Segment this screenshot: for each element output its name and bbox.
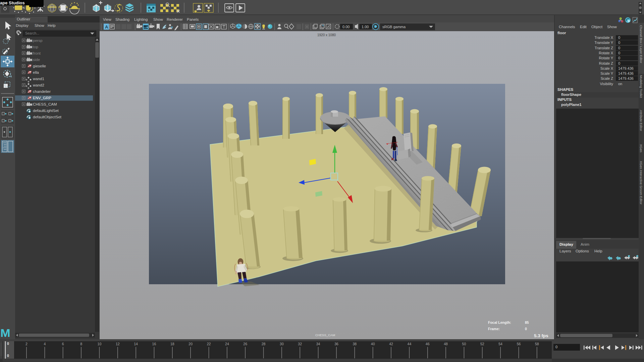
svg-text:46: 46 (426, 342, 430, 346)
svg-text:54: 54 (498, 342, 502, 346)
svg-text:0.00: 0.00 (342, 25, 350, 29)
svg-text:side: side (33, 58, 40, 62)
svg-text:wand1: wand1 (33, 77, 44, 81)
svg-text:22: 22 (207, 342, 211, 346)
svg-text:Focal Length:: Focal Length: (488, 320, 511, 324)
svg-text:16: 16 (152, 342, 156, 346)
svg-text:defaultObjectSet: defaultObjectSet (33, 115, 62, 119)
svg-text:36: 36 (334, 342, 338, 346)
svg-text:28: 28 (262, 342, 266, 346)
svg-text:6: 6 (62, 342, 64, 346)
svg-text:30: 30 (280, 342, 284, 346)
svg-text:ella: ella (33, 70, 39, 74)
svg-text:chandelier: chandelier (33, 89, 51, 94)
svg-text:24: 24 (225, 342, 229, 346)
svg-text:18: 18 (170, 342, 174, 346)
svg-text:0: 0 (525, 327, 527, 331)
svg-text:CHESS_CAM: CHESS_CAM (315, 333, 335, 337)
svg-text:M: M (0, 326, 10, 339)
svg-text:56: 56 (517, 342, 521, 346)
svg-text:sRGB gamma: sRGB gamma (382, 25, 406, 29)
svg-text:14: 14 (134, 342, 138, 346)
svg-text:85: 85 (525, 320, 529, 324)
svg-text:front: front (33, 51, 41, 55)
svg-text:20: 20 (189, 342, 193, 346)
svg-text:4: 4 (44, 342, 46, 346)
svg-text:gieselle: gieselle (33, 64, 46, 68)
svg-text:26: 26 (243, 342, 247, 346)
svg-text:644 x 362: 644 x 362 (317, 33, 336, 37)
svg-text:ENV_GRP: ENV_GRP (33, 96, 51, 100)
svg-text:38: 38 (353, 342, 357, 346)
svg-text:1.00: 1.00 (362, 25, 369, 29)
svg-text:top: top (33, 45, 38, 49)
svg-text:2: 2 (25, 342, 28, 346)
svg-text:58: 58 (535, 342, 539, 346)
svg-text:CHESS_CAM: CHESS_CAM (33, 102, 57, 106)
svg-text:defaultLightSet: defaultLightSet (33, 109, 59, 113)
svg-text:10: 10 (98, 342, 102, 346)
svg-text:40: 40 (371, 342, 375, 346)
svg-text:42: 42 (389, 342, 393, 346)
svg-text:50: 50 (462, 342, 466, 346)
svg-text:5.3 fps: 5.3 fps (534, 333, 548, 338)
svg-text:Frame:: Frame: (488, 327, 500, 331)
svg-text:persp: persp (33, 39, 43, 43)
svg-text:52: 52 (480, 342, 484, 346)
svg-text:32: 32 (298, 342, 302, 346)
svg-text:48: 48 (444, 342, 448, 346)
svg-text:wand2: wand2 (33, 83, 44, 87)
svg-text:8: 8 (80, 342, 82, 346)
svg-text:A: A (105, 24, 108, 29)
svg-text:12: 12 (116, 342, 120, 346)
svg-text:44: 44 (408, 342, 412, 346)
svg-text:34: 34 (316, 342, 320, 346)
